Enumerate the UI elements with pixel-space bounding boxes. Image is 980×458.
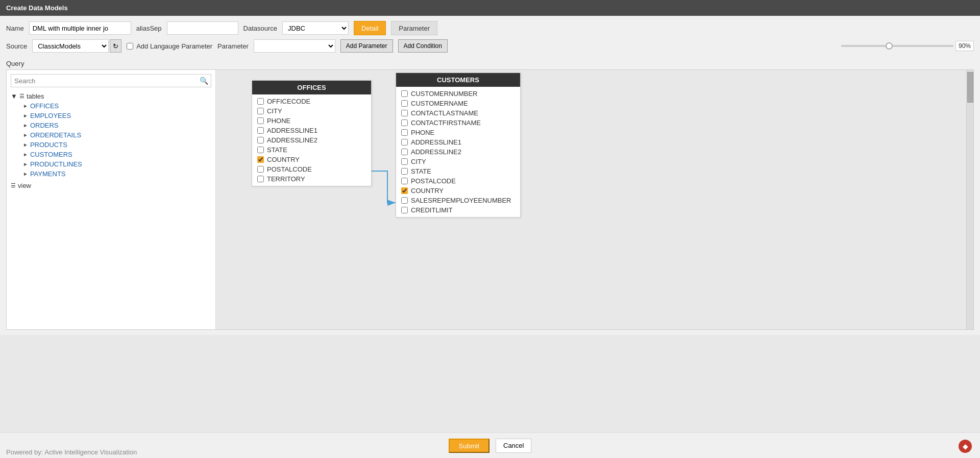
- table-row[interactable]: POSTALCODE: [396, 176, 520, 186]
- table-row[interactable]: ADDRESSLINE1: [252, 126, 371, 135]
- table-row[interactable]: PHONE: [252, 116, 371, 126]
- left-panel: 🔍 ▼ ☰ tables ► OFFICES ► EMPLOYEES: [7, 70, 216, 329]
- add-language-param-row: Add Langauge Parameter: [127, 42, 212, 50]
- title-bar: Create Data Models: [0, 0, 980, 16]
- addressline2-checkbox[interactable]: [401, 149, 408, 155]
- tree-view-item[interactable]: ☰ view: [11, 181, 211, 190]
- datasource-label: Datasource: [243, 25, 277, 32]
- parameter-label: Parameter: [217, 42, 249, 50]
- table-row[interactable]: SALESREPEMPLOYEENUMBER: [396, 196, 520, 205]
- name-input[interactable]: [29, 21, 131, 35]
- customers-table-body: CUSTOMERNUMBER CUSTOMERNAME CONTACTLASTN…: [396, 87, 520, 217]
- salesrep-checkbox[interactable]: [401, 197, 408, 204]
- tree: ▼ ☰ tables ► OFFICES ► EMPLOYEES ►: [11, 91, 211, 190]
- field-label: ADDRESSLINE1: [267, 127, 317, 134]
- arrow-icon: ►: [23, 152, 28, 157]
- zoom-slider[interactable]: [841, 45, 953, 47]
- tree-item-payments[interactable]: ► PAYMENTS: [15, 169, 211, 179]
- table-row[interactable]: TERRITORY: [252, 174, 371, 184]
- postalcode-checkbox[interactable]: [401, 178, 408, 184]
- datasource-select[interactable]: JDBC: [282, 21, 349, 35]
- contactlastname-checkbox[interactable]: [401, 110, 408, 116]
- tab-parameter[interactable]: Parameter: [391, 21, 437, 35]
- scrollbar-thumb[interactable]: [967, 72, 973, 103]
- field-label: COUNTRY: [411, 187, 444, 195]
- postalcode-checkbox[interactable]: [257, 166, 264, 173]
- tree-item-offices[interactable]: ► OFFICES: [15, 101, 211, 111]
- tree-item-employees[interactable]: ► EMPLOYEES: [15, 111, 211, 120]
- tree-item-productlines[interactable]: ► PRODUCTLINES: [15, 159, 211, 169]
- customername-checkbox[interactable]: [401, 100, 408, 107]
- creditlimit-checkbox[interactable]: [401, 207, 408, 213]
- addressline1-checkbox[interactable]: [257, 127, 264, 134]
- phone-checkbox[interactable]: [257, 117, 264, 124]
- field-label: ADDRESSLINE1: [411, 138, 461, 146]
- submit-button[interactable]: Submit: [449, 439, 489, 453]
- right-canvas[interactable]: OFFICES OFFICECODE CITY PHONE: [216, 70, 966, 329]
- source-select[interactable]: ClassicModels: [32, 39, 109, 53]
- view-icon: ☰: [11, 182, 16, 189]
- field-label: SALESREPEMPLOYEENUMBER: [411, 197, 511, 204]
- table-row[interactable]: ADDRESSLINE2: [396, 147, 520, 157]
- cancel-button[interactable]: Cancel: [496, 439, 531, 453]
- search-wrap: 🔍: [11, 74, 211, 87]
- customernumber-checkbox[interactable]: [401, 90, 408, 97]
- tree-item-orders[interactable]: ► ORDERS: [15, 120, 211, 130]
- arrow-icon: ►: [23, 142, 28, 148]
- tree-item-customers[interactable]: ► CUSTOMERS: [15, 150, 211, 159]
- tree-item-label: PRODUCTLINES: [30, 160, 82, 168]
- right-scrollbar[interactable]: [966, 70, 973, 329]
- view-label: view: [18, 182, 31, 189]
- table-row[interactable]: ADDRESSLINE2: [252, 135, 371, 145]
- city-checkbox[interactable]: [257, 108, 264, 114]
- contactfirstname-checkbox[interactable]: [401, 119, 408, 126]
- table-row[interactable]: CUSTOMERNUMBER: [396, 89, 520, 99]
- chat-icon[interactable]: ◆: [959, 440, 972, 453]
- table-row[interactable]: CREDITLIMIT: [396, 205, 520, 215]
- add-language-checkbox[interactable]: [127, 43, 133, 50]
- tree-item-orderdetails[interactable]: ► ORDERDETAILS: [15, 130, 211, 140]
- table-row[interactable]: CITY: [396, 157, 520, 166]
- tab-detail[interactable]: Detail: [354, 21, 386, 35]
- country-checkbox[interactable]: [257, 156, 264, 163]
- addressline2-checkbox[interactable]: [257, 137, 264, 143]
- table-row[interactable]: COUNTRY: [396, 186, 520, 196]
- tables-icon: ☰: [19, 93, 24, 100]
- state-checkbox[interactable]: [401, 168, 408, 175]
- state-checkbox[interactable]: [257, 147, 264, 153]
- refresh-button[interactable]: ↻: [110, 39, 121, 53]
- table-row[interactable]: CUSTOMERNAME: [396, 99, 520, 108]
- tree-item-products[interactable]: ► PRODUCTS: [15, 140, 211, 150]
- footer: Powered by: Active Intelligence Visualiz…: [0, 446, 143, 458]
- parameter-select[interactable]: [254, 39, 335, 53]
- city-checkbox[interactable]: [401, 158, 408, 165]
- arrow-icon: ►: [23, 103, 28, 109]
- officecode-checkbox[interactable]: [257, 98, 264, 105]
- field-label: STATE: [411, 167, 431, 175]
- search-input[interactable]: [11, 74, 211, 87]
- table-row[interactable]: COUNTRY: [252, 155, 371, 164]
- table-row[interactable]: OFFICECODE: [252, 97, 371, 106]
- alias-sep-input[interactable]: [167, 21, 238, 35]
- table-row[interactable]: ADDRESSLINE1: [396, 137, 520, 147]
- table-row[interactable]: POSTALCODE: [252, 164, 371, 174]
- name-label: Name: [6, 25, 24, 32]
- territory-checkbox[interactable]: [257, 176, 264, 182]
- country-checkbox[interactable]: [401, 187, 408, 194]
- table-row[interactable]: STATE: [252, 145, 371, 155]
- table-row[interactable]: CONTACTFIRSTNAME: [396, 118, 520, 128]
- add-parameter-button[interactable]: Add Parameter: [340, 39, 393, 53]
- arrow-icon: ►: [23, 132, 28, 138]
- table-row[interactable]: PHONE: [396, 128, 520, 137]
- arrow-icon: ►: [23, 113, 28, 118]
- table-row[interactable]: STATE: [396, 166, 520, 176]
- add-condition-button[interactable]: Add Condition: [398, 39, 448, 53]
- source-label: Source: [6, 42, 27, 50]
- table-row[interactable]: CONTACTLASTNAME: [396, 108, 520, 118]
- tree-root-tables[interactable]: ▼ ☰ tables: [11, 91, 211, 101]
- field-label: CREDITLIMIT: [411, 206, 453, 214]
- tree-icon: ▼: [11, 92, 17, 100]
- phone-checkbox[interactable]: [401, 129, 408, 136]
- addressline1-checkbox[interactable]: [401, 139, 408, 146]
- table-row[interactable]: CITY: [252, 106, 371, 116]
